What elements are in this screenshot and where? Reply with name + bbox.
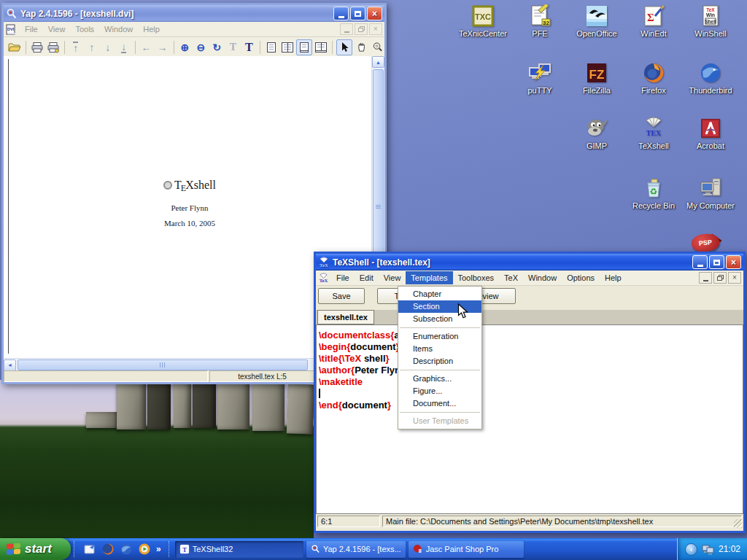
mdi-minimize-button[interactable] (699, 272, 712, 284)
desktop-icon-filezilla[interactable]: FZ FileZilla (569, 61, 624, 95)
first-page-icon[interactable]: ↑ (69, 40, 83, 55)
resize-grip[interactable] (734, 519, 743, 528)
code-line[interactable]: \maketitle (319, 376, 743, 388)
menu-item-description[interactable]: Description (398, 355, 481, 368)
svg-text:Win: Win (706, 12, 715, 18)
firefox-quicklaunch-icon[interactable] (101, 542, 115, 556)
mdi-restore-button[interactable] (713, 272, 727, 284)
facing-pages-view-icon[interactable] (280, 40, 295, 55)
menu-item-subsection[interactable]: Subsection (398, 313, 481, 325)
code-line[interactable]: \documentclass{article} (319, 330, 743, 341)
print-setup-icon[interactable] (46, 40, 61, 55)
texshell-maximize-button[interactable] (709, 255, 724, 269)
menu-toolboxes[interactable]: Toolboxes (453, 271, 500, 284)
next-page-icon[interactable]: ↓ (101, 40, 115, 55)
texshell-minimize-button[interactable] (692, 255, 708, 269)
zoom-out-icon[interactable]: ⊖ (193, 40, 208, 55)
menu-templates[interactable]: Templates (406, 271, 452, 284)
code-line[interactable]: \author{Peter Flynn} (319, 365, 743, 376)
yap-minimize-button[interactable] (333, 7, 349, 20)
desktop-icon-texniccenter[interactable]: TXC TeXnicCenter (455, 4, 511, 38)
last-page-icon[interactable]: ↓ (117, 40, 131, 55)
tray-collapse-chevron[interactable]: ‹ (685, 543, 697, 556)
menu-options[interactable]: Options (562, 271, 600, 284)
code-line[interactable]: \title{\TeX shell} (319, 353, 743, 365)
show-desktop-icon[interactable] (83, 542, 96, 556)
texshell-titlebar[interactable]: TeX TeXShell - [texshell.tex] × (316, 254, 743, 271)
desktop-icon-thunderbird[interactable]: Thunderbird (683, 61, 738, 95)
yap-menu-file[interactable]: File (20, 23, 43, 36)
code-line[interactable]: \end{document} (319, 400, 743, 411)
yap-mdi-close-button[interactable]: × (369, 23, 382, 35)
firefox-icon (642, 61, 665, 85)
code-editor[interactable]: \documentclass{article} \begin{document}… (316, 324, 743, 514)
zoom-in-icon[interactable]: ⊕ (177, 40, 192, 55)
menu-view[interactable]: View (379, 271, 406, 284)
yap-menu-view[interactable]: View (43, 23, 71, 36)
network-status-icon[interactable] (702, 544, 714, 555)
code-line-caret[interactable] (319, 388, 743, 400)
hand-tool-icon[interactable] (354, 40, 368, 55)
taskbar-button-paint-shop-pro[interactable]: 8 Jasc Paint Shop Pro (409, 541, 524, 558)
scroll-up-button[interactable]: ▲ (372, 56, 384, 68)
taskbar-button-yap[interactable]: Yap 2.4.1596 - [texs... (306, 541, 406, 558)
back-icon[interactable]: ← (139, 40, 154, 55)
code-line[interactable]: \begin{document} (319, 341, 743, 353)
yap-close-button[interactable]: × (367, 7, 382, 20)
tab-texshell-tex[interactable]: texshell.tex (317, 310, 374, 324)
desktop-icon-openoffice[interactable]: OpenOffice (569, 4, 624, 38)
previous-page-icon[interactable]: ↑ (85, 40, 99, 55)
desktop-icon-winshell[interactable]: TeXWinShell WinShell (683, 4, 738, 38)
mdi-close-button[interactable]: × (728, 272, 741, 284)
yap-mdi-restore-button[interactable] (355, 23, 368, 35)
scroll-left-button[interactable]: ◄ (4, 359, 16, 371)
menu-tex[interactable]: TeX (499, 271, 523, 284)
save-button[interactable]: Save (318, 288, 365, 304)
desktop-icon-gimp[interactable]: GIMP (569, 117, 624, 150)
desktop-icon-acrobat[interactable]: Acrobat (683, 117, 738, 150)
continuous-view-icon[interactable] (296, 39, 312, 55)
desktop-icon-texshell[interactable]: TEX TeXshell (626, 117, 681, 150)
desktop-icon-firefox[interactable]: Firefox (626, 61, 681, 95)
taskbar-button-texshell32[interactable]: T TeXShell32 (175, 541, 303, 558)
print-icon[interactable] (30, 40, 44, 55)
menu-item-items[interactable]: Items (398, 343, 481, 355)
pointer-tool-icon[interactable] (336, 39, 352, 55)
desktop-icon-recycle-bin[interactable]: ♻ Recycle Bin (626, 176, 681, 210)
desktop-icon-pfe[interactable]: 32 PFE (512, 4, 568, 38)
desktop-icon-my-computer[interactable]: My Computer (683, 176, 738, 210)
yap-mdi-minimize-button[interactable] (340, 23, 353, 35)
menu-item-graphics[interactable]: Graphics... (398, 373, 481, 385)
yap-menu-window[interactable]: Window (99, 23, 138, 36)
text-select-tool-icon[interactable]: T (225, 40, 240, 55)
continuous-facing-view-icon[interactable] (314, 40, 328, 55)
menu-help[interactable]: Help (600, 271, 627, 284)
thunderbird-quicklaunch-icon[interactable] (120, 542, 133, 556)
quicklaunch-more-chevron[interactable]: » (156, 544, 161, 554)
menu-item-chapter[interactable]: Chapter (398, 288, 481, 300)
single-page-view-icon[interactable] (264, 40, 279, 55)
text-render-icon[interactable]: T (241, 40, 256, 55)
menu-file[interactable]: File (331, 271, 355, 284)
yap-maximize-button[interactable] (350, 7, 365, 20)
magnifier-tool-icon[interactable] (370, 40, 384, 55)
desktop-icon-putty[interactable]: puTTY (512, 61, 568, 95)
menu-edit[interactable]: Edit (355, 271, 379, 284)
yap-menu-help[interactable]: Help (138, 23, 165, 36)
texshell-close-button[interactable]: × (726, 255, 741, 269)
yap-titlebar[interactable]: Yap 2.4.1596 - [texshell.dvi] × (4, 5, 384, 22)
clock[interactable]: 21:02 (719, 544, 740, 554)
menu-item-enumeration[interactable]: Enumeration (398, 330, 481, 343)
yap-menu-tools[interactable]: Tools (70, 23, 99, 36)
open-file-icon[interactable] (7, 40, 22, 55)
forward-icon[interactable]: → (155, 40, 170, 55)
menu-item-document[interactable]: Document... (398, 397, 481, 410)
menu-item-figure[interactable]: Figure... (398, 385, 481, 397)
menu-item-section[interactable]: Section (398, 300, 481, 313)
start-button[interactable]: start (0, 538, 71, 560)
horizontal-scroll-thumb[interactable] (18, 359, 308, 370)
media-player-icon[interactable] (138, 542, 151, 556)
desktop-icon-winedt[interactable]: Σ WinEdt (626, 4, 681, 38)
menu-window[interactable]: Window (523, 271, 562, 284)
refresh-icon[interactable]: ↻ (209, 40, 224, 55)
